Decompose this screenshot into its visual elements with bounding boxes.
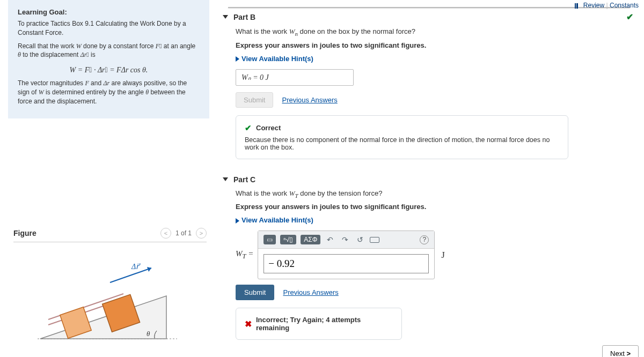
next-button[interactable]: Next > (602, 345, 639, 357)
part-c-answer-input[interactable] (264, 254, 429, 273)
part-c-feedback: ✖ Incorrect; Try Again; 4 attempts remai… (236, 308, 402, 340)
recall-text: Recall that the work W done by a constan… (18, 42, 200, 60)
learning-goal-intro: To practice Tactics Box 9.1 Calculating … (18, 19, 200, 38)
greek-button[interactable]: ΑΣΦ (301, 235, 320, 244)
svg-line-6 (110, 268, 151, 282)
part-c-submit-button[interactable]: Submit (236, 285, 274, 300)
work-formula: W = F⃗ · Δr⃗ = FΔr cos θ. (18, 64, 200, 79)
figure-section: Figure < 1 of 1 > Δr⃗ θ (13, 228, 207, 349)
part-b-answer-display: Wₙ = 0 J (236, 69, 354, 86)
part-c-question: What is the work WT done by the tension … (236, 189, 633, 199)
part-c-previous-answers-link[interactable]: Previous Answers (283, 288, 338, 296)
caret-right-icon (236, 218, 239, 224)
part-c-hints-link[interactable]: View Available Hint(s) (236, 216, 633, 224)
part-b-title: Part B (233, 13, 255, 21)
part-c-unit: J (439, 250, 445, 261)
part-b-previous-answers-link[interactable]: Previous Answers (282, 96, 337, 104)
figure-page-indicator: 1 of 1 (175, 229, 192, 237)
undo-button[interactable]: ↶ (325, 234, 335, 245)
check-icon: ✔ (245, 123, 252, 133)
part-b-express: Express your answers in joules to two si… (236, 41, 633, 49)
part-b-explanation: Because there is no component of the nor… (245, 136, 559, 151)
caret-right-icon (236, 56, 239, 62)
part-b-header[interactable]: Part B ✔ (217, 0, 644, 22)
part-c-wt-label: WT = (236, 249, 253, 261)
figure-image: Δr⃗ θ (13, 258, 207, 349)
reset-button[interactable]: ↺ (355, 234, 365, 245)
keyboard-icon[interactable] (370, 237, 379, 243)
correct-label: Correct (256, 124, 281, 132)
part-b-question: What is the work Wn done on the box by t… (236, 27, 633, 37)
part-c-title: Part C (233, 175, 255, 184)
theta-label: θ (147, 330, 150, 338)
check-icon: ✔ (626, 12, 633, 22)
equation-toolbar: ▭ ⁿ√▯ ΑΣΦ ↶ ↷ ↺ ? (258, 231, 434, 249)
learning-goal-panel: Learning Goal: To practice Tactics Box 9… (8, 0, 209, 118)
learning-goal-heading: Learning Goal: (18, 8, 200, 16)
part-c-input-box: ▭ ⁿ√▯ ΑΣΦ ↶ ↷ ↺ ? (258, 230, 435, 279)
explanation-text: The vector magnitudes F and Δr are alway… (18, 79, 200, 106)
part-b-hints-link[interactable]: View Available Hint(s) (236, 55, 633, 63)
part-c-express: Express your answers in joules to two si… (236, 203, 633, 211)
delta-r-label: Δr⃗ (131, 263, 141, 271)
figure-title: Figure (13, 229, 36, 237)
caret-down-icon (223, 15, 228, 19)
part-b-submit-button: Submit (236, 92, 273, 108)
template-picker-button[interactable]: ▭ (264, 235, 276, 244)
caret-down-icon (223, 177, 228, 181)
part-c-header[interactable]: Part C (217, 168, 644, 184)
x-icon: ✖ (245, 319, 252, 329)
incorrect-label: Incorrect; Try Again; 4 attempts remaini… (256, 316, 393, 332)
part-b-feedback: ✔ Correct Because there is no component … (236, 115, 568, 159)
figure-prev-button[interactable]: < (160, 228, 171, 239)
redo-button[interactable]: ↷ (340, 234, 350, 245)
figure-next-button[interactable]: > (196, 228, 207, 239)
main-content: Part B ✔ What is the work Wn done on the… (217, 0, 644, 357)
sqrt-button[interactable]: ⁿ√▯ (280, 235, 296, 244)
help-button[interactable]: ? (420, 235, 429, 244)
